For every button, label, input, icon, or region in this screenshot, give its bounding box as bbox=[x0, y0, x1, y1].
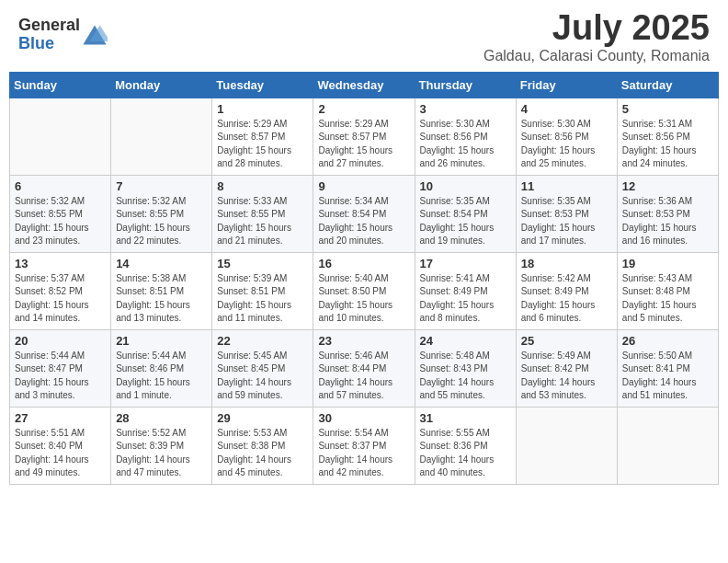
day-info: Sunrise: 5:31 AM Sunset: 8:56 PM Dayligh… bbox=[622, 118, 713, 171]
calendar-cell: 26Sunrise: 5:50 AM Sunset: 8:41 PM Dayli… bbox=[617, 329, 718, 407]
day-number: 4 bbox=[521, 102, 612, 116]
day-info: Sunrise: 5:43 AM Sunset: 8:48 PM Dayligh… bbox=[622, 272, 713, 326]
calendar-cell: 16Sunrise: 5:40 AM Sunset: 8:50 PM Dayli… bbox=[313, 252, 415, 329]
day-number: 14 bbox=[116, 257, 207, 270]
logo-general-text: General bbox=[18, 17, 80, 35]
calendar-week-row: 6Sunrise: 5:32 AM Sunset: 8:55 PM Daylig… bbox=[10, 175, 719, 252]
calendar-cell bbox=[10, 98, 111, 175]
logo-icon bbox=[82, 22, 108, 48]
day-number: 24 bbox=[420, 334, 511, 348]
calendar-cell: 28Sunrise: 5:52 AM Sunset: 8:39 PM Dayli… bbox=[111, 407, 212, 484]
day-number: 13 bbox=[15, 257, 106, 270]
calendar-cell: 27Sunrise: 5:51 AM Sunset: 8:40 PM Dayli… bbox=[10, 407, 111, 484]
day-info: Sunrise: 5:35 AM Sunset: 8:54 PM Dayligh… bbox=[420, 195, 511, 248]
day-number: 20 bbox=[15, 334, 106, 348]
calendar-cell: 11Sunrise: 5:35 AM Sunset: 8:53 PM Dayli… bbox=[516, 175, 617, 252]
day-number: 11 bbox=[521, 179, 612, 193]
calendar-cell: 31Sunrise: 5:55 AM Sunset: 8:36 PM Dayli… bbox=[415, 407, 516, 484]
day-info: Sunrise: 5:44 AM Sunset: 8:47 PM Dayligh… bbox=[15, 350, 106, 403]
calendar-cell: 4Sunrise: 5:30 AM Sunset: 8:56 PM Daylig… bbox=[516, 98, 617, 175]
calendar-cell: 7Sunrise: 5:32 AM Sunset: 8:55 PM Daylig… bbox=[111, 175, 212, 252]
calendar-cell: 29Sunrise: 5:53 AM Sunset: 8:38 PM Dayli… bbox=[212, 407, 313, 484]
calendar-cell: 24Sunrise: 5:48 AM Sunset: 8:43 PM Dayli… bbox=[415, 329, 516, 407]
day-number: 8 bbox=[217, 179, 308, 193]
day-info: Sunrise: 5:54 AM Sunset: 8:37 PM Dayligh… bbox=[318, 427, 409, 480]
calendar-cell: 22Sunrise: 5:45 AM Sunset: 8:45 PM Dayli… bbox=[212, 329, 313, 407]
day-info: Sunrise: 5:35 AM Sunset: 8:53 PM Dayligh… bbox=[521, 195, 612, 248]
day-number: 25 bbox=[521, 334, 612, 348]
day-info: Sunrise: 5:45 AM Sunset: 8:45 PM Dayligh… bbox=[217, 350, 308, 403]
day-info: Sunrise: 5:49 AM Sunset: 8:42 PM Dayligh… bbox=[521, 350, 612, 403]
day-number: 6 bbox=[15, 179, 106, 193]
calendar-cell bbox=[516, 407, 617, 484]
day-info: Sunrise: 5:32 AM Sunset: 8:55 PM Dayligh… bbox=[116, 195, 207, 248]
title-section: July 2025 Galdau, Calarasi County, Roman… bbox=[483, 9, 710, 64]
day-info: Sunrise: 5:29 AM Sunset: 8:57 PM Dayligh… bbox=[217, 118, 308, 171]
day-number: 16 bbox=[318, 257, 409, 270]
calendar-cell: 30Sunrise: 5:54 AM Sunset: 8:37 PM Dayli… bbox=[313, 407, 415, 484]
calendar-week-row: 20Sunrise: 5:44 AM Sunset: 8:47 PM Dayli… bbox=[10, 329, 719, 407]
day-info: Sunrise: 5:37 AM Sunset: 8:52 PM Dayligh… bbox=[15, 272, 106, 326]
day-number: 29 bbox=[217, 411, 308, 425]
calendar-header-row: SundayMondayTuesdayWednesdayThursdayFrid… bbox=[10, 72, 719, 98]
day-info: Sunrise: 5:55 AM Sunset: 8:36 PM Dayligh… bbox=[420, 427, 511, 480]
day-info: Sunrise: 5:38 AM Sunset: 8:51 PM Dayligh… bbox=[116, 272, 207, 326]
calendar-cell: 3Sunrise: 5:30 AM Sunset: 8:56 PM Daylig… bbox=[415, 98, 516, 175]
location-subtitle: Galdau, Calarasi County, Romania bbox=[483, 48, 710, 64]
calendar-cell: 18Sunrise: 5:42 AM Sunset: 8:49 PM Dayli… bbox=[516, 252, 617, 329]
day-number: 7 bbox=[116, 179, 207, 193]
day-number: 3 bbox=[420, 102, 511, 116]
day-info: Sunrise: 5:40 AM Sunset: 8:50 PM Dayligh… bbox=[318, 272, 409, 326]
weekday-header-thursday: Thursday bbox=[415, 72, 516, 98]
day-info: Sunrise: 5:41 AM Sunset: 8:49 PM Dayligh… bbox=[420, 272, 511, 326]
day-number: 2 bbox=[318, 102, 409, 116]
calendar-cell: 14Sunrise: 5:38 AM Sunset: 8:51 PM Dayli… bbox=[111, 252, 212, 329]
calendar-cell: 12Sunrise: 5:36 AM Sunset: 8:53 PM Dayli… bbox=[617, 175, 718, 252]
month-year-title: July 2025 bbox=[483, 9, 710, 48]
calendar-cell: 20Sunrise: 5:44 AM Sunset: 8:47 PM Dayli… bbox=[10, 329, 111, 407]
day-number: 27 bbox=[15, 411, 106, 425]
day-info: Sunrise: 5:42 AM Sunset: 8:49 PM Dayligh… bbox=[521, 272, 612, 326]
day-info: Sunrise: 5:33 AM Sunset: 8:55 PM Dayligh… bbox=[217, 195, 308, 248]
calendar-cell: 21Sunrise: 5:44 AM Sunset: 8:46 PM Dayli… bbox=[111, 329, 212, 407]
calendar-week-row: 27Sunrise: 5:51 AM Sunset: 8:40 PM Dayli… bbox=[10, 407, 719, 484]
day-info: Sunrise: 5:30 AM Sunset: 8:56 PM Dayligh… bbox=[521, 118, 612, 171]
calendar-cell: 1Sunrise: 5:29 AM Sunset: 8:57 PM Daylig… bbox=[212, 98, 313, 175]
logo-blue-text: Blue bbox=[18, 35, 80, 53]
weekday-header-saturday: Saturday bbox=[617, 72, 718, 98]
weekday-header-tuesday: Tuesday bbox=[212, 72, 313, 98]
calendar-cell: 23Sunrise: 5:46 AM Sunset: 8:44 PM Dayli… bbox=[313, 329, 415, 407]
weekday-header-wednesday: Wednesday bbox=[313, 72, 415, 98]
day-number: 22 bbox=[217, 334, 308, 348]
calendar-cell bbox=[617, 407, 718, 484]
day-info: Sunrise: 5:51 AM Sunset: 8:40 PM Dayligh… bbox=[15, 427, 106, 480]
calendar-cell bbox=[111, 98, 212, 175]
calendar-cell: 10Sunrise: 5:35 AM Sunset: 8:54 PM Dayli… bbox=[415, 175, 516, 252]
day-number: 21 bbox=[116, 334, 207, 348]
calendar-cell: 19Sunrise: 5:43 AM Sunset: 8:48 PM Dayli… bbox=[617, 252, 718, 329]
day-number: 17 bbox=[420, 257, 511, 270]
calendar-table: SundayMondayTuesdayWednesdayThursdayFrid… bbox=[9, 72, 719, 485]
weekday-header-sunday: Sunday bbox=[10, 72, 111, 98]
day-number: 10 bbox=[420, 179, 511, 193]
day-info: Sunrise: 5:36 AM Sunset: 8:53 PM Dayligh… bbox=[622, 195, 713, 248]
day-info: Sunrise: 5:34 AM Sunset: 8:54 PM Dayligh… bbox=[318, 195, 409, 248]
day-info: Sunrise: 5:32 AM Sunset: 8:55 PM Dayligh… bbox=[15, 195, 106, 248]
day-number: 30 bbox=[318, 411, 409, 425]
day-info: Sunrise: 5:48 AM Sunset: 8:43 PM Dayligh… bbox=[420, 350, 511, 403]
calendar-week-row: 13Sunrise: 5:37 AM Sunset: 8:52 PM Dayli… bbox=[10, 252, 719, 329]
logo: General Blue bbox=[18, 17, 108, 53]
calendar-cell: 9Sunrise: 5:34 AM Sunset: 8:54 PM Daylig… bbox=[313, 175, 415, 252]
calendar-cell: 8Sunrise: 5:33 AM Sunset: 8:55 PM Daylig… bbox=[212, 175, 313, 252]
day-number: 1 bbox=[217, 102, 308, 116]
calendar-cell: 25Sunrise: 5:49 AM Sunset: 8:42 PM Dayli… bbox=[516, 329, 617, 407]
day-number: 12 bbox=[622, 179, 713, 193]
day-number: 9 bbox=[318, 179, 409, 193]
weekday-header-friday: Friday bbox=[516, 72, 617, 98]
calendar-cell: 15Sunrise: 5:39 AM Sunset: 8:51 PM Dayli… bbox=[212, 252, 313, 329]
day-info: Sunrise: 5:52 AM Sunset: 8:39 PM Dayligh… bbox=[116, 427, 207, 480]
day-number: 19 bbox=[622, 257, 713, 270]
day-info: Sunrise: 5:44 AM Sunset: 8:46 PM Dayligh… bbox=[116, 350, 207, 403]
day-info: Sunrise: 5:30 AM Sunset: 8:56 PM Dayligh… bbox=[420, 118, 511, 171]
calendar-cell: 13Sunrise: 5:37 AM Sunset: 8:52 PM Dayli… bbox=[10, 252, 111, 329]
